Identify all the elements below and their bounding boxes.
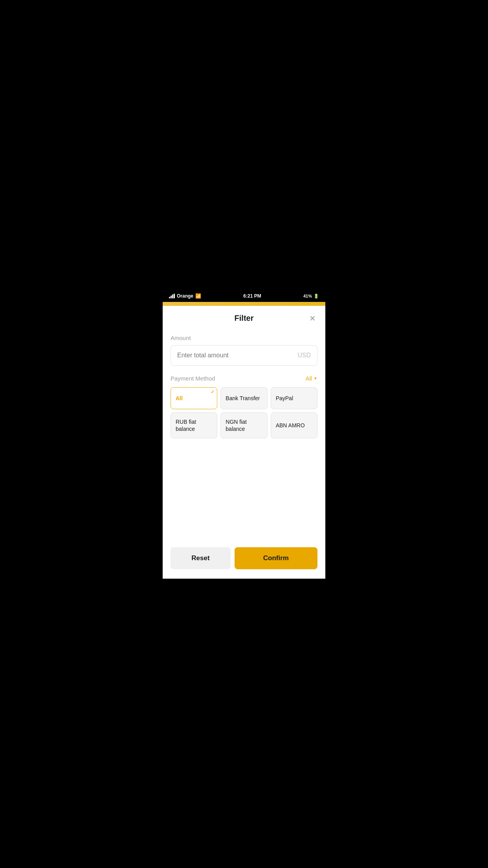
payment-option-paypal-label: PayPal [276, 395, 293, 402]
modal-content: Amount USD Payment Method All ▼ ✓ All [163, 327, 325, 541]
signal-bars [169, 294, 175, 298]
golden-strip [163, 302, 325, 306]
amount-currency: USD [297, 352, 311, 359]
payment-method-all-dropdown[interactable]: All ▼ [305, 375, 317, 382]
carrier-label: Orange [177, 293, 193, 299]
confirm-button[interactable]: Confirm [235, 547, 317, 569]
payment-option-abn-amro-label: ABN AMRO [276, 422, 305, 429]
payment-option-bank-transfer-label: Bank Transfer [226, 395, 260, 402]
payment-option-paypal[interactable]: PayPal [271, 387, 317, 409]
payment-option-abn-amro[interactable]: ABN AMRO [271, 412, 317, 438]
payment-option-all[interactable]: ✓ All [171, 387, 217, 409]
payment-option-ngn-fiat[interactable]: NGN fiat balance [220, 412, 267, 438]
close-button[interactable]: ✕ [308, 313, 317, 324]
modal-header: Filter ✕ [163, 306, 325, 327]
status-right: 41% 🔋 [303, 294, 319, 299]
bottom-buttons: Reset Confirm [163, 541, 325, 579]
payment-option-rub-fiat-label: RUB fiat balance [176, 418, 212, 432]
modal-sheet: Filter ✕ Amount USD Payment Method All ▼ [163, 306, 325, 579]
time-label: 6:21 PM [243, 293, 261, 299]
modal-title: Filter [235, 314, 254, 323]
reset-button[interactable]: Reset [171, 547, 231, 569]
wifi-icon: 📶 [195, 293, 201, 299]
payment-options-grid: ✓ All Bank Transfer PayPal RUB fiat bala… [171, 387, 317, 438]
payment-option-rub-fiat[interactable]: RUB fiat balance [171, 412, 217, 438]
payment-method-header: Payment Method All ▼ [171, 375, 317, 382]
payment-method-label: Payment Method [171, 375, 215, 382]
chevron-down-icon: ▼ [314, 376, 317, 381]
signal-bar-1 [169, 297, 170, 298]
payment-option-all-label: All [176, 395, 183, 402]
signal-bar-4 [174, 294, 175, 298]
payment-option-bank-transfer[interactable]: Bank Transfer [220, 387, 267, 409]
battery-percentage: 41% [303, 294, 312, 298]
battery-icon: 🔋 [314, 294, 319, 299]
status-left: Orange 📶 [169, 293, 201, 299]
selected-checkmark: ✓ [211, 389, 215, 395]
amount-input-wrapper: USD [171, 345, 317, 366]
signal-bar-2 [171, 296, 172, 298]
payment-method-all-label: All [305, 375, 312, 382]
payment-option-ngn-fiat-label: NGN fiat balance [226, 418, 262, 432]
amount-label: Amount [171, 335, 317, 341]
amount-input[interactable] [177, 352, 297, 359]
signal-bar-3 [172, 294, 173, 298]
status-bar: Orange 📶 6:21 PM 41% 🔋 [163, 289, 325, 302]
